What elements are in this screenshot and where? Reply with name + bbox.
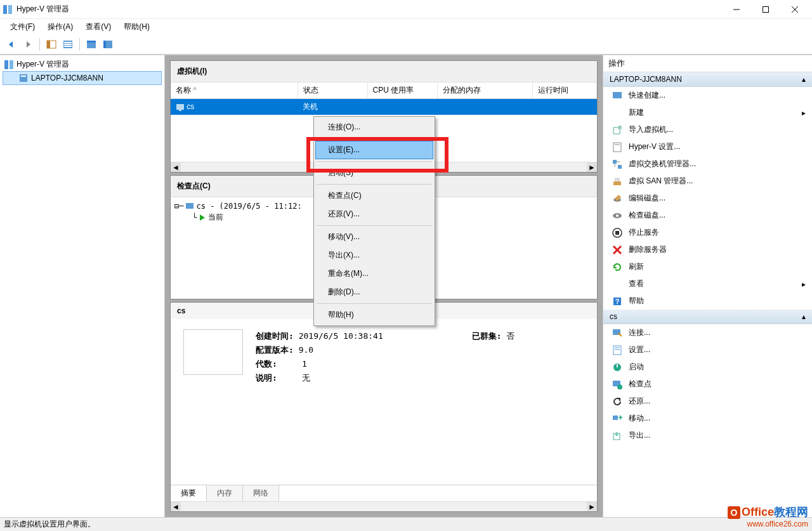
ctx-rename[interactable]: 重命名(M)... xyxy=(315,265,433,283)
collapse-icon: ▴ xyxy=(802,75,806,84)
edit-disk-icon xyxy=(612,193,622,204)
action-view[interactable]: 查看▸ xyxy=(603,275,812,292)
settings-icon xyxy=(612,142,622,152)
svg-rect-18 xyxy=(20,74,27,82)
action-switch-manager[interactable]: 虚拟交换机管理器... xyxy=(603,155,812,173)
svg-point-35 xyxy=(616,214,619,217)
menu-file[interactable]: 文件(F) xyxy=(4,20,41,34)
current-label: 当前 xyxy=(208,212,223,223)
action-stop-service[interactable]: 停止服务 xyxy=(603,224,812,241)
checkpoint-icon xyxy=(612,379,622,390)
ctx-start[interactable]: 启动(S) xyxy=(315,164,433,182)
action-export[interactable]: 导出... xyxy=(603,427,812,444)
show-hide-button[interactable] xyxy=(44,37,59,52)
ctx-connect[interactable]: 连接(O)... xyxy=(315,118,433,136)
svg-rect-27 xyxy=(613,160,617,164)
maximize-button[interactable] xyxy=(751,1,780,18)
action-connect[interactable]: 连接... xyxy=(603,324,812,341)
server-icon xyxy=(18,73,29,83)
switch-icon xyxy=(612,159,622,169)
refresh-icon xyxy=(612,262,622,272)
svg-rect-32 xyxy=(615,178,620,181)
svg-rect-37 xyxy=(615,231,619,235)
minimize-button[interactable] xyxy=(722,1,751,18)
details-info: 创建时间: 2019/6/5 10:38:41已群集: 否 配置版本: 9.0 … xyxy=(256,329,514,475)
action-new[interactable]: 新建▸ xyxy=(603,104,812,121)
menu-help[interactable]: 帮助(H) xyxy=(117,20,156,34)
menu-action[interactable]: 操作(A) xyxy=(41,20,79,34)
col-name[interactable]: 名称 ^ xyxy=(171,82,298,98)
action-remove-server[interactable]: 删除服务器 xyxy=(603,241,812,258)
action-section-vm[interactable]: cs▴ xyxy=(603,310,812,324)
forward-button[interactable] xyxy=(20,37,36,52)
ctx-settings[interactable]: 设置(E)... xyxy=(315,141,433,159)
ctx-checkpoint[interactable]: 检查点(C) xyxy=(315,187,433,205)
svg-rect-11 xyxy=(64,46,72,47)
action-hyperv-settings[interactable]: Hyper-V 设置... xyxy=(603,138,812,155)
ctx-help[interactable]: 帮助(H) xyxy=(315,306,433,324)
svg-rect-22 xyxy=(186,203,193,209)
col-status[interactable]: 状态 xyxy=(298,82,367,98)
titlebar: Hyper-V 管理器 xyxy=(0,0,812,19)
svg-rect-7 xyxy=(47,41,50,48)
action-section-host[interactable]: LAPTOP-JJCM8ANN▴ xyxy=(603,72,812,87)
stop-icon xyxy=(612,228,622,238)
ctx-separator xyxy=(317,303,432,304)
tree-host-label: LAPTOP-JJCM8ANN xyxy=(31,74,103,82)
action-san-manager[interactable]: 虚拟 SAN 管理器... xyxy=(603,173,812,190)
tab-network[interactable]: 网络 xyxy=(243,485,279,501)
toolbar-separator xyxy=(39,38,40,51)
tree-panel: Hyper-V 管理器 LAPTOP-JJCM8ANN xyxy=(0,55,165,517)
properties-button[interactable] xyxy=(60,37,75,52)
panel1-button[interactable] xyxy=(84,37,99,52)
action-checkpoint[interactable]: 检查点 xyxy=(603,376,812,393)
action-refresh[interactable]: 刷新 xyxy=(603,258,812,275)
action-import-vm[interactable]: 导入虚拟机... xyxy=(603,121,812,138)
toolbar-separator xyxy=(79,38,80,51)
status-text: 显示虚拟机设置用户界面。 xyxy=(4,519,95,530)
svg-rect-28 xyxy=(618,165,622,169)
details-hscrollbar[interactable]: ◄► xyxy=(171,501,597,511)
vm-thumbnail xyxy=(183,329,243,375)
ctx-revert[interactable]: 还原(V)... xyxy=(315,205,433,223)
svg-rect-21 xyxy=(179,110,181,111)
action-start[interactable]: 启动 xyxy=(603,358,812,376)
vm-row[interactable]: cs 关机 xyxy=(171,99,597,115)
col-memory[interactable]: 分配的内存 xyxy=(437,82,532,98)
tree-root[interactable]: Hyper-V 管理器 xyxy=(3,58,162,71)
action-inspect-disk[interactable]: 检查磁盘... xyxy=(603,207,812,224)
tab-memory[interactable]: 内存 xyxy=(207,485,243,501)
col-cpu[interactable]: CPU 使用率 xyxy=(367,82,437,98)
action-move[interactable]: 移动... xyxy=(603,410,812,427)
action-quick-create[interactable]: 快速创建... xyxy=(603,87,812,104)
panel2-button[interactable] xyxy=(100,37,115,52)
action-help[interactable]: ?帮助 xyxy=(603,292,812,310)
ctx-move[interactable]: 移动(V)... xyxy=(315,228,433,246)
svg-text:?: ? xyxy=(615,298,620,305)
tree-host[interactable]: LAPTOP-JJCM8ANN xyxy=(3,71,162,85)
actions-title: 操作 xyxy=(603,55,812,72)
ctx-separator xyxy=(317,138,432,139)
help-icon: ? xyxy=(612,296,622,306)
action-settings[interactable]: 设置... xyxy=(603,341,812,358)
col-uptime[interactable]: 运行时间 xyxy=(532,82,597,98)
svg-rect-13 xyxy=(87,41,96,43)
action-edit-disk[interactable]: 编辑磁盘... xyxy=(603,190,812,207)
svg-rect-15 xyxy=(103,41,106,48)
close-button[interactable] xyxy=(780,1,809,18)
ctx-separator xyxy=(317,225,432,226)
menu-view[interactable]: 查看(V) xyxy=(79,20,117,34)
svg-rect-25 xyxy=(613,143,621,152)
toolbar xyxy=(0,34,812,55)
back-button[interactable] xyxy=(4,37,19,52)
checkpoint-label: cs - (2019/6/5 - 11:12: xyxy=(196,202,301,211)
ctx-delete[interactable]: 删除(D)... xyxy=(315,283,433,301)
svg-rect-1 xyxy=(8,5,12,14)
ctx-export[interactable]: 导出(X)... xyxy=(315,246,433,265)
vm-table: 名称 ^ 状态 CPU 使用率 分配的内存 运行时间 xyxy=(171,82,597,98)
action-revert[interactable]: 还原... xyxy=(603,393,812,410)
watermark: OOffice教程网 www.office26.com xyxy=(728,504,808,528)
vm-status: 关机 xyxy=(298,99,367,115)
tab-summary[interactable]: 摘要 xyxy=(171,485,207,501)
inspect-disk-icon xyxy=(612,211,622,221)
